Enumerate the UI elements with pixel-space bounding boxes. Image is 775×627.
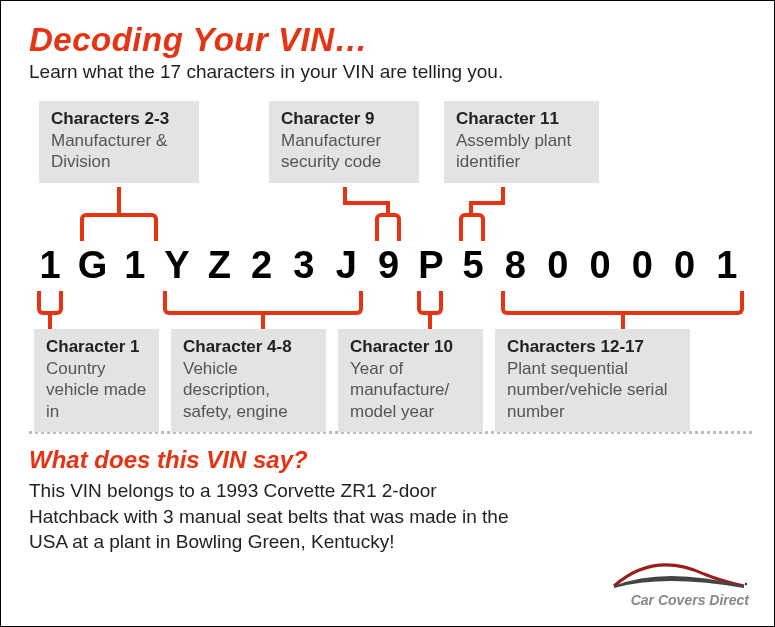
info-desc: Manufacturer & Division: [51, 130, 187, 173]
info-box-char-10: Character 10 Year of manufacture/ model …: [338, 329, 483, 432]
page-subtitle: Learn what the 17 characters in your VIN…: [29, 61, 752, 83]
info-label: Characters 12-17: [507, 337, 678, 357]
bracket-icon: [80, 213, 158, 241]
info-box-chars-2-3: Characters 2-3 Manufacturer & Division: [39, 101, 199, 183]
info-box-chars-12-17: Characters 12-17 Plant sequential number…: [495, 329, 690, 432]
vin-char: 1: [29, 244, 71, 287]
info-desc: Manufacturer security code: [281, 130, 407, 173]
page-title: Decoding Your VIN…: [29, 21, 752, 59]
vin-char: 5: [452, 244, 494, 287]
info-box-char-9: Character 9 Manufacturer security code: [269, 101, 419, 183]
vin-char: 1: [706, 244, 748, 287]
footer-text: This VIN belongs to a 1993 Corvette ZR1 …: [29, 478, 529, 555]
info-label: Character 1: [46, 337, 147, 357]
connector-stem: [428, 315, 432, 329]
info-desc: Vehicle description, safety, engine: [183, 358, 314, 422]
bracket-icon: [501, 291, 744, 315]
vin-char: 0: [537, 244, 579, 287]
vin-characters: 1 G 1 Y Z 2 3 J 9 P 5 8 0 0 0 0 1: [29, 244, 752, 287]
connector-stem: [469, 201, 505, 205]
info-label: Character 11: [456, 109, 587, 129]
connector-stem: [343, 201, 390, 205]
vin-char: 3: [283, 244, 325, 287]
info-box-char-1: Character 1 Country vehicle made in: [34, 329, 159, 432]
svg-point-0: [745, 583, 747, 585]
bracket-icon: [375, 213, 401, 241]
info-box-char-11: Character 11 Assembly plant identifier: [444, 101, 599, 183]
vin-char: 0: [621, 244, 663, 287]
info-desc: Country vehicle made in: [46, 358, 147, 422]
vin-char: 1: [114, 244, 156, 287]
logo-text: Car Covers Direct: [604, 592, 749, 608]
connector-stem: [117, 187, 121, 215]
info-box-chars-4-8: Character 4-8 Vehicle description, safet…: [171, 329, 326, 432]
connector-stem: [48, 315, 52, 329]
car-covers-logo-icon: [604, 556, 749, 594]
vin-diagram: Characters 2-3 Manufacturer & Division C…: [29, 101, 752, 431]
bracket-icon: [37, 291, 63, 315]
vin-char: Y: [156, 244, 198, 287]
connector-stem: [501, 187, 505, 201]
vin-char: 0: [663, 244, 705, 287]
vin-char: 8: [494, 244, 536, 287]
bracket-icon: [459, 213, 485, 241]
connector-stem: [261, 315, 265, 329]
vin-char: G: [71, 244, 113, 287]
vin-char: P: [410, 244, 452, 287]
info-desc: Plant sequential number/vehicle serial n…: [507, 358, 678, 422]
vin-char: J: [325, 244, 367, 287]
info-label: Character 4-8: [183, 337, 314, 357]
connector-stem: [621, 315, 625, 329]
bracket-icon: [417, 291, 443, 315]
vin-char: Z: [198, 244, 240, 287]
info-label: Character 10: [350, 337, 471, 357]
vin-char: 9: [367, 244, 409, 287]
bracket-icon: [163, 291, 363, 315]
brand-logo: Car Covers Direct: [604, 556, 749, 608]
info-desc: Assembly plant identifier: [456, 130, 587, 173]
vin-char: 2: [240, 244, 282, 287]
footer-title: What does this VIN say?: [29, 446, 752, 474]
info-label: Characters 2-3: [51, 109, 187, 129]
info-label: Character 9: [281, 109, 407, 129]
connector-stem: [343, 187, 347, 201]
info-desc: Year of manufacture/ model year: [350, 358, 471, 422]
vin-char: 0: [579, 244, 621, 287]
